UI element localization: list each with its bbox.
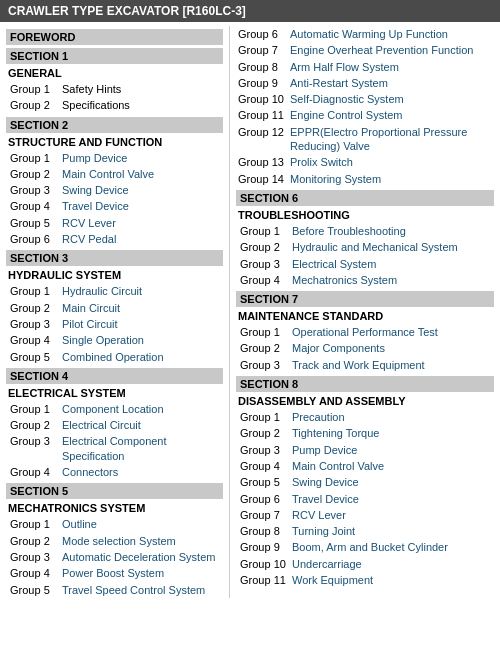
list-item[interactable]: Group 11 Engine Control System (236, 107, 494, 123)
group-label: Group 2 (240, 341, 292, 355)
group-label: Group 2 (10, 418, 62, 432)
group-text: Boom, Arm and Bucket Cylinder (292, 540, 492, 554)
list-item[interactable]: Group 2 Mode selection System (6, 533, 223, 549)
section7-header: SECTION 7 (236, 291, 494, 307)
list-item[interactable]: Group 7 RCV Lever (236, 507, 494, 523)
group-text: Swing Device (292, 475, 492, 489)
group-label: Group 5 (10, 216, 62, 230)
list-item[interactable]: Group 2 Main Control Valve (6, 166, 223, 182)
group-text: Pump Device (292, 443, 492, 457)
group-label: Group 5 (10, 583, 62, 597)
list-item[interactable]: Group 12 EPPR(Electro Proportional Press… (236, 124, 494, 155)
page-title: CRAWLER TYPE EXCAVATOR [R160LC-3] (0, 0, 500, 22)
section6-header: SECTION 6 (236, 190, 494, 206)
group-label: Group 11 (240, 573, 292, 587)
group-text: Main Circuit (62, 301, 221, 315)
list-item[interactable]: Group 1 Hydraulic Circuit (6, 283, 223, 299)
list-item[interactable]: Group 5 RCV Lever (6, 215, 223, 231)
list-item[interactable]: Group 4 Main Control Valve (236, 458, 494, 474)
list-item[interactable]: Group 1 Safety Hints (6, 81, 223, 97)
list-item[interactable]: Group 4 Travel Device (6, 198, 223, 214)
list-item[interactable]: Group 5 Swing Device (236, 474, 494, 490)
list-item[interactable]: Group 8 Arm Half Flow System (236, 59, 494, 75)
list-item[interactable]: Group 1 Component Location (6, 401, 223, 417)
group-label: Group 1 (10, 517, 62, 531)
group-label: Group 4 (10, 566, 62, 580)
section3-header: SECTION 3 (6, 250, 223, 266)
list-item[interactable]: Group 10 Undercarriage (236, 556, 494, 572)
group-text: Pilot Circuit (62, 317, 221, 331)
list-item[interactable]: Group 3 Pump Device (236, 442, 494, 458)
group-text: Single Operation (62, 333, 221, 347)
list-item[interactable]: Group 5 Travel Speed Control System (6, 582, 223, 598)
list-item[interactable]: Group 3 Pilot Circuit (6, 316, 223, 332)
group-text: Electrical Circuit (62, 418, 221, 432)
list-item[interactable]: Group 13 Prolix Switch (236, 154, 494, 170)
list-item[interactable]: Group 9 Anti-Restart System (236, 75, 494, 91)
list-item[interactable]: Group 2 Hydraulic and Mechanical System (236, 239, 494, 255)
section1-header: SECTION 1 (6, 48, 223, 64)
list-item[interactable]: Group 5 Combined Operation (6, 349, 223, 365)
list-item[interactable]: Group 4 Single Operation (6, 332, 223, 348)
right-column: Group 6 Automatic Warming Up Function Gr… (230, 26, 500, 598)
list-item[interactable]: Group 1 Pump Device (6, 150, 223, 166)
list-item[interactable]: Group 4 Power Boost System (6, 565, 223, 581)
list-item[interactable]: Group 4 Mechatronics System (236, 272, 494, 288)
group-label: Group 7 (238, 43, 290, 57)
group-text: Work Equipment (292, 573, 492, 587)
list-item[interactable]: Group 4 Connectors (6, 464, 223, 480)
list-item[interactable]: Group 1 Operational Performance Test (236, 324, 494, 340)
list-item[interactable]: Group 6 Automatic Warming Up Function (236, 26, 494, 42)
group-label: Group 10 (240, 557, 292, 571)
list-item[interactable]: Group 6 Travel Device (236, 491, 494, 507)
group-text: Before Troubleshooting (292, 224, 492, 238)
list-item[interactable]: Group 3 Electrical System (236, 256, 494, 272)
group-text: Connectors (62, 465, 221, 479)
group-text: RCV Pedal (62, 232, 221, 246)
list-item[interactable]: Group 10 Self-Diagnostic System (236, 91, 494, 107)
list-item[interactable]: Group 2 Main Circuit (6, 300, 223, 316)
group-text: Major Components (292, 341, 492, 355)
list-item[interactable]: Group 3 Track and Work Equipment (236, 357, 494, 373)
list-item[interactable]: Group 2 Specifications (6, 97, 223, 113)
group-label: Group 2 (240, 426, 292, 440)
left-column: FOREWORD SECTION 1 GENERAL Group 1 Safet… (0, 26, 230, 598)
list-item[interactable]: Group 2 Major Components (236, 340, 494, 356)
list-item[interactable]: Group 2 Electrical Circuit (6, 417, 223, 433)
group-text: Arm Half Flow System (290, 60, 492, 74)
list-item[interactable]: Group 2 Tightening Torque (236, 425, 494, 441)
list-item[interactable]: Group 14 Monitoring System (236, 171, 494, 187)
group-label: Group 3 (10, 317, 62, 331)
group-label: Group 2 (10, 534, 62, 548)
group-text: Turning Joint (292, 524, 492, 538)
group-label: Group 9 (240, 540, 292, 554)
group-label: Group 3 (240, 358, 292, 372)
list-item[interactable]: Group 1 Precaution (236, 409, 494, 425)
group-label: Group 1 (10, 151, 62, 165)
list-item[interactable]: Group 7 Engine Overheat Prevention Funct… (236, 42, 494, 58)
list-item[interactable]: Group 8 Turning Joint (236, 523, 494, 539)
list-item[interactable]: Group 3 Swing Device (6, 182, 223, 198)
group-text: Tightening Torque (292, 426, 492, 440)
list-item[interactable]: Group 6 RCV Pedal (6, 231, 223, 247)
list-item[interactable]: Group 11 Work Equipment (236, 572, 494, 588)
list-item[interactable]: Group 3 Automatic Deceleration System (6, 549, 223, 565)
group-text: Operational Performance Test (292, 325, 492, 339)
group-text: Power Boost System (62, 566, 221, 580)
group-text: Travel Device (292, 492, 492, 506)
list-item[interactable]: Group 3 Electrical Component Specificati… (6, 433, 223, 464)
group-label: Group 1 (240, 410, 292, 424)
group-text: Outline (62, 517, 221, 531)
list-item[interactable]: Group 9 Boom, Arm and Bucket Cylinder (236, 539, 494, 555)
list-item[interactable]: Group 1 Outline (6, 516, 223, 532)
group-text: Anti-Restart System (290, 76, 492, 90)
group-text: Safety Hints (62, 82, 221, 96)
group-text: Hydraulic Circuit (62, 284, 221, 298)
group-label: Group 10 (238, 92, 290, 106)
group-text: Engine Overheat Prevention Function (290, 43, 492, 57)
group-label: Group 13 (238, 155, 290, 169)
group-label: Group 3 (10, 550, 62, 564)
list-item[interactable]: Group 1 Before Troubleshooting (236, 223, 494, 239)
group-text: Precaution (292, 410, 492, 424)
group-label: Group 3 (10, 434, 62, 463)
